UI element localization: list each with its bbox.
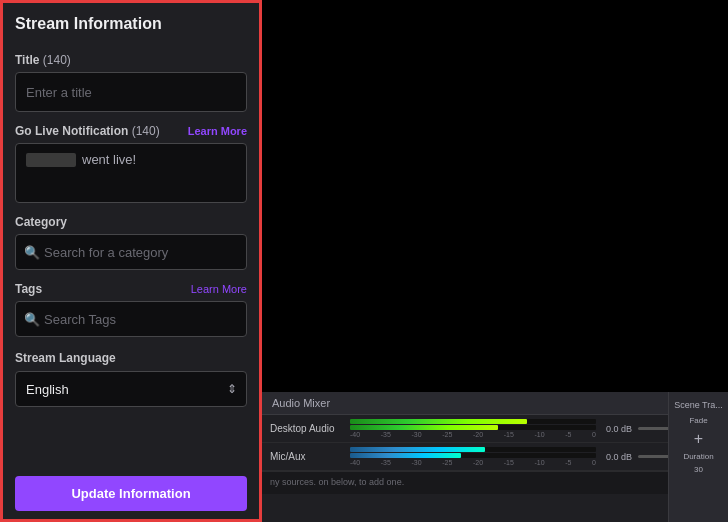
category-search-input[interactable]	[15, 234, 247, 270]
desktop-audio-meter-fill-top	[350, 419, 527, 424]
notification-label-text: Go Live Notification (140)	[15, 124, 160, 138]
notification-char-count: (140)	[132, 124, 160, 138]
source-notice-line1: ny sources.	[270, 477, 316, 487]
preview-area	[262, 0, 728, 392]
title-input[interactable]	[15, 72, 247, 112]
scene-transition-panel: Scene Tra... Fade + Duration 30	[668, 392, 728, 522]
desktop-audio-meter-container: -40 -35 -30 -25 -20 -15 -10 -5 0	[350, 419, 596, 438]
stream-information-panel: Stream Information Title (140) Go Live N…	[0, 0, 262, 522]
mic-aux-track: Mic/Aux -40 -35 -30 -25 -20 -15	[262, 443, 728, 471]
notification-text: went live!	[82, 152, 136, 167]
tags-row: Tags Learn More	[15, 282, 247, 296]
desktop-audio-tick-row: -40 -35 -30 -25 -20 -15 -10 -5 0	[350, 431, 596, 438]
desktop-audio-name: Desktop Audio	[270, 423, 350, 434]
mic-aux-meter-container: -40 -35 -30 -25 -20 -15 -10 -5 0	[350, 447, 596, 466]
notification-learn-more[interactable]: Learn More	[188, 125, 247, 137]
notification-user-block	[26, 153, 76, 167]
scene-transition-duration-label: Duration	[683, 452, 713, 462]
tags-search-wrapper: 🔍	[15, 301, 247, 337]
tags-learn-more[interactable]: Learn More	[191, 283, 247, 295]
tags-search-input[interactable]	[15, 301, 247, 337]
mic-aux-meter-fill-bottom	[350, 453, 461, 458]
title-char-count: (140)	[43, 53, 71, 67]
right-panel: Audio Mixer 🔒 ⚙ Desktop Audio	[262, 0, 728, 522]
category-search-wrapper: 🔍	[15, 234, 247, 270]
title-label: Title (140)	[15, 53, 247, 67]
mic-aux-meter-bottom	[350, 453, 596, 458]
notification-area: went live!	[15, 143, 247, 203]
stream-language-label: Stream Language	[15, 351, 247, 365]
title-label-text: Title (140)	[15, 53, 71, 67]
panel-title: Stream Information	[15, 15, 247, 39]
audio-mixer-header: Audio Mixer 🔒 ⚙	[262, 392, 728, 415]
scene-transition-fade-label: Fade	[689, 416, 707, 426]
mic-aux-name: Mic/Aux	[270, 451, 350, 462]
mic-aux-meter-fill-top	[350, 447, 485, 452]
language-select-wrapper: English Spanish French German Portuguese…	[15, 371, 247, 407]
update-information-button[interactable]: Update Information	[15, 476, 247, 511]
notification-label-row: Go Live Notification (140) Learn More	[15, 124, 247, 138]
desktop-audio-meter-top	[350, 419, 596, 424]
desktop-audio-track: Desktop Audio -40 -35 -30 -25 -20 -15	[262, 415, 728, 443]
tags-label: Tags	[15, 282, 42, 296]
bottom-toolbar: ny sources. on below, to add one. ▼ 📷	[262, 471, 728, 494]
language-select[interactable]: English Spanish French German Portuguese…	[15, 371, 247, 407]
desktop-audio-meter-bottom	[350, 425, 596, 430]
bottom-area: Audio Mixer 🔒 ⚙ Desktop Audio	[262, 392, 728, 522]
mic-aux-db: 0.0 dB	[602, 452, 632, 462]
category-label: Category	[15, 215, 247, 229]
audio-mixer-title: Audio Mixer	[272, 397, 330, 409]
scene-transition-duration-value: 30	[694, 465, 703, 474]
source-notice-line2: on below,	[319, 477, 357, 487]
desktop-audio-meter-fill-bottom	[350, 425, 498, 430]
scene-transition-plus-button[interactable]: +	[694, 430, 703, 448]
desktop-audio-db: 0.0 dB	[602, 424, 632, 434]
scene-transition-header: Scene Tra...	[670, 398, 727, 412]
source-notice: ny sources. on below, to add one.	[270, 477, 404, 489]
mic-aux-meter-top	[350, 447, 596, 452]
category-label-text: Category	[15, 215, 67, 229]
source-notice-line3: to add one.	[359, 477, 404, 487]
mic-aux-tick-row: -40 -35 -30 -25 -20 -15 -10 -5 0	[350, 459, 596, 466]
